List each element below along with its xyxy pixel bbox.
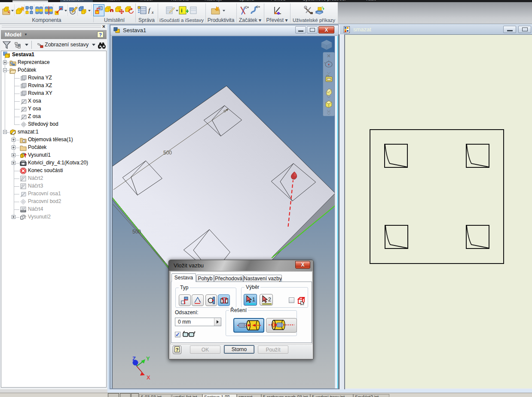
svg-text:500: 500 — [132, 229, 141, 235]
svg-text:x: x — [151, 10, 154, 15]
svg-text:2: 2 — [268, 297, 271, 303]
svg-text:f: f — [148, 7, 151, 14]
svg-text:Y: Y — [146, 355, 150, 362]
svg-text:X: X — [147, 374, 150, 381]
svg-text:i: i — [181, 7, 183, 14]
svg-text:Z: Z — [132, 355, 136, 362]
svg-text:500: 500 — [163, 150, 172, 156]
svg-text:1: 1 — [252, 297, 255, 303]
